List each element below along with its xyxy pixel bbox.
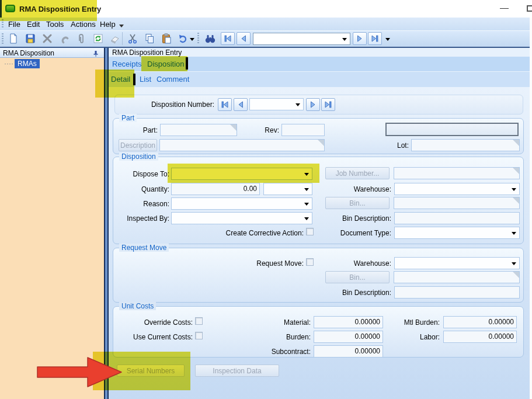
serial-numbers-button[interactable]: Serial Numbers [117,365,185,377]
tab-comment[interactable]: Comment [157,75,189,84]
override-costs-checkbox[interactable] [195,317,203,325]
tab-receipts[interactable]: Receipts [112,60,142,68]
disposition-last-button[interactable] [321,98,335,111]
disposition-bin-input[interactable] [394,197,520,209]
toolbar-overflow-icon[interactable] [190,38,194,41]
annotation-arrow [36,355,124,391]
request-move-bin-description-label: Bin Description: [315,289,391,297]
nav-toolbar-grip[interactable] [197,33,199,44]
minimize-button[interactable]: — [500,2,509,12]
quantity-input[interactable]: 0.00 [171,183,260,195]
disposition-warehouse-label: Warehouse: [327,185,391,193]
new-button[interactable] [6,32,20,46]
tab-list[interactable]: List [140,75,151,84]
paste-button[interactable] [159,32,173,46]
request-move-checkbox[interactable] [306,258,314,266]
rev-input[interactable] [281,124,325,136]
save-button[interactable] [23,32,37,46]
menu-actions[interactable]: Actions [71,20,96,29]
app-window: RMA Disposition Entry — File Edit Tools … [0,0,532,399]
disposition-next-button[interactable] [306,98,320,111]
last-record-icon [324,100,332,109]
call-button[interactable] [57,32,71,46]
next-record-icon [356,34,364,43]
use-current-costs-checkbox[interactable] [195,332,203,339]
disposition-prev-button[interactable] [234,98,248,111]
job-number-input[interactable] [394,167,520,179]
document-type-select[interactable] [394,227,520,239]
reason-select[interactable] [171,197,312,210]
burden-label: Burden: [245,333,311,341]
disposition-number-combo[interactable] [249,98,304,110]
job-number-button[interactable]: Job Number... [325,167,390,179]
cut-button[interactable] [125,32,140,46]
unit-costs-group-legend: Unit Costs [119,302,156,310]
menu-tools[interactable]: Tools [46,20,64,29]
first-record-icon [221,100,229,109]
lot-input[interactable] [411,139,520,151]
copy-button[interactable] [142,32,157,46]
menu-file[interactable]: File [8,20,20,29]
pin-icon[interactable] [92,49,99,60]
labor-input[interactable]: 0.00000 [443,331,517,343]
request-move-label: Request Move: [222,259,304,268]
subcontract-label: Subcontract: [245,348,311,356]
search-button[interactable] [203,32,217,46]
tab-disposition[interactable]: Disposition [147,60,185,68]
description-input[interactable] [159,139,325,151]
undo-button[interactable] [176,32,190,46]
request-move-bin-input[interactable] [394,271,520,283]
uom-select[interactable] [263,183,312,195]
subcontract-input[interactable]: 0.00000 [314,345,383,358]
clear-button[interactable] [107,32,122,46]
dispose-to-label: Dispose To: [117,170,169,178]
mtl-burden-input[interactable]: 0.00000 [443,316,517,328]
disposition-bin-description-input[interactable] [394,212,520,224]
tab-detail[interactable]: Detail [111,75,130,84]
menu-overflow-icon[interactable] [119,25,124,27]
toolbar-grip[interactable] [2,33,4,44]
inspection-data-button[interactable]: Inspection Data [195,365,279,377]
request-move-bin-button[interactable]: Bin... [325,271,390,283]
part-reference-field [385,123,519,136]
attachment-button[interactable] [74,32,88,46]
material-input[interactable]: 0.00000 [314,316,383,328]
menu-edit[interactable]: Edit [27,20,40,29]
nav-prev-button[interactable] [237,32,251,45]
prev-record-icon [239,34,248,43]
maximize-button[interactable] [527,5,532,12]
request-move-warehouse-select[interactable] [394,257,520,269]
scissors-icon [127,33,138,44]
menu-grip[interactable] [2,19,4,29]
window-border [0,0,2,18]
description-button[interactable]: Description [119,139,157,151]
part-input[interactable] [160,124,237,136]
copy-icon [144,33,155,44]
record-search-combo[interactable] [253,33,350,45]
inspected-by-label: Inspected By: [117,214,169,223]
delete-button[interactable] [40,32,54,46]
nav-next-button[interactable] [353,32,367,45]
disposition-first-button[interactable] [218,98,232,111]
create-corrective-action-checkbox[interactable] [306,228,314,235]
window-right-edge [530,18,532,399]
request-move-bin-description-input[interactable] [394,286,520,299]
undo-icon [178,33,189,44]
menu-help[interactable]: Help [100,20,116,29]
delete-x-icon [41,33,53,44]
nav-toolbar-overflow-icon[interactable] [385,38,390,41]
disposition-warehouse-select[interactable] [394,183,520,195]
inspected-by-select[interactable] [171,212,312,224]
dispose-to-select[interactable] [171,168,312,180]
disposition-bin-description-label: Bin Description: [315,214,391,223]
panel-splitter[interactable] [104,48,109,399]
annotation-cursor-bar-detail [133,74,135,85]
burden-input[interactable]: 0.00000 [314,331,383,343]
disposition-bin-button[interactable]: Bin... [325,197,390,209]
nav-last-button[interactable] [368,32,382,45]
window-title: RMA Disposition Entry [19,5,101,13]
tree-node-rmas[interactable]: RMAs [15,59,40,68]
refresh-button[interactable] [91,32,105,46]
create-corrective-action-label: Create Corrective Action: [187,229,304,237]
nav-first-button[interactable] [221,32,235,45]
